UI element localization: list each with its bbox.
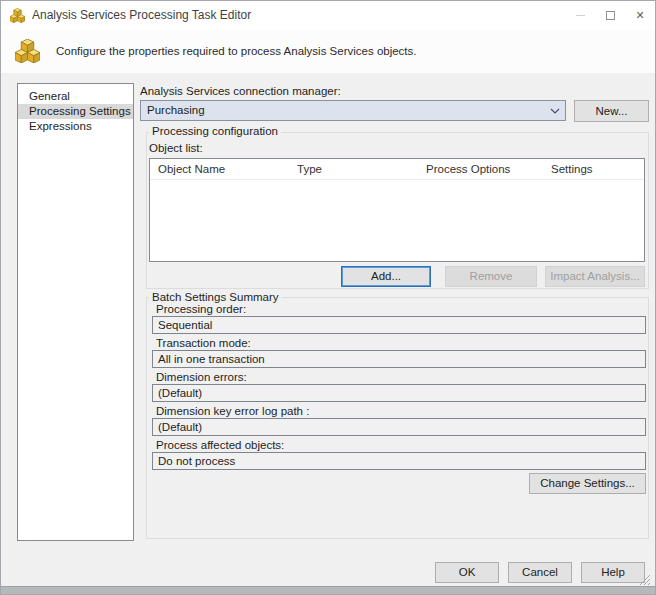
dimension-key-error-log-path-label: Dimension key error log path :	[156, 405, 309, 417]
processing-configuration-label: Processing configuration	[149, 125, 281, 137]
maximize-icon	[606, 11, 615, 20]
column-header-type: Type	[289, 159, 418, 179]
object-list-label: Object list:	[149, 142, 203, 154]
ok-button[interactable]: OK	[435, 562, 499, 583]
process-affected-objects-value: Do not process	[152, 452, 646, 470]
add-button[interactable]: Add...	[341, 266, 431, 287]
batch-settings-label: Batch Settings Summary	[149, 291, 282, 303]
connection-manager-combobox[interactable]: Purchasing	[140, 100, 566, 121]
transaction-mode-value: All in one transaction	[152, 350, 646, 368]
object-list-table[interactable]: Object Name Type Process Options Setting…	[149, 158, 645, 262]
chevron-down-icon[interactable]	[550, 108, 560, 114]
close-button[interactable]: ✕	[625, 1, 655, 30]
sidebar-item-processing-settings[interactable]: Processing Settings	[18, 104, 133, 119]
dimension-errors-value: (Default)	[152, 384, 646, 402]
window-title: Analysis Services Processing Task Editor	[32, 1, 251, 30]
page-list: General Processing Settings Expressions	[17, 83, 134, 541]
cancel-button[interactable]: Cancel	[508, 562, 572, 583]
minimize-icon	[576, 15, 585, 16]
dialog-description: Configure the properties required to pro…	[56, 45, 417, 57]
change-settings-button[interactable]: Change Settings...	[529, 473, 646, 494]
dimension-key-error-log-path-value: (Default)	[152, 418, 646, 436]
impact-analysis-button[interactable]: Impact Analysis...	[545, 266, 645, 287]
processing-order-value: Sequential	[152, 316, 646, 334]
minimize-button[interactable]	[565, 1, 595, 30]
maximize-button[interactable]	[595, 1, 625, 30]
remove-button[interactable]: Remove	[445, 266, 537, 287]
column-header-process-options: Process Options	[418, 159, 543, 179]
dimension-errors-label: Dimension errors:	[156, 371, 247, 383]
sidebar-item-expressions[interactable]: Expressions	[18, 119, 133, 134]
connection-manager-label: Analysis Services connection manager:	[140, 85, 341, 97]
analysis-services-cubes-icon	[15, 39, 40, 63]
column-header-object-name: Object Name	[150, 159, 289, 179]
column-header-settings: Settings	[543, 159, 644, 179]
close-icon: ✕	[635, 9, 644, 22]
title-bar[interactable]: Analysis Services Processing Task Editor…	[1, 1, 655, 30]
object-list-header-row: Object Name Type Process Options Setting…	[150, 159, 644, 180]
process-affected-objects-label: Process affected objects:	[156, 439, 284, 451]
sidebar-item-general[interactable]: General	[18, 89, 133, 104]
app-cube-icon	[10, 8, 25, 23]
dialog-header: Configure the properties required to pro…	[1, 30, 655, 73]
help-button[interactable]: Help	[581, 562, 645, 583]
processing-order-label: Processing order:	[156, 303, 246, 315]
resize-grip[interactable]	[640, 575, 650, 585]
dialog-window: Analysis Services Processing Task Editor…	[0, 0, 656, 595]
connection-manager-value: Purchasing	[147, 101, 205, 120]
transaction-mode-label: Transaction mode:	[156, 337, 251, 349]
new-connection-button[interactable]: New...	[574, 100, 649, 122]
window-bottom-border	[1, 586, 655, 594]
